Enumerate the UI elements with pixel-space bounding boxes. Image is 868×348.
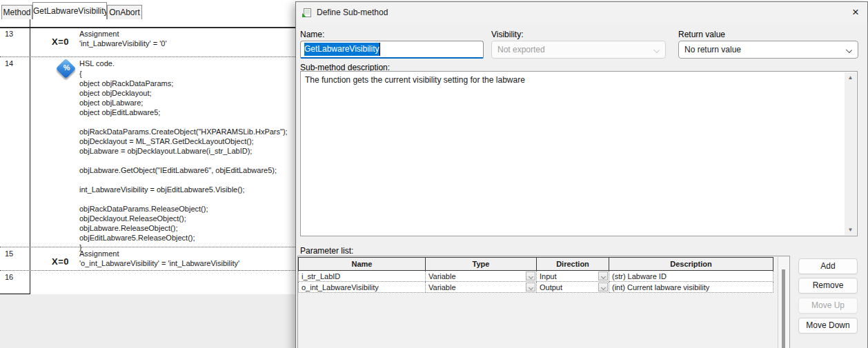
param-direction-cell[interactable]: Input xyxy=(537,271,609,282)
parameter-grid-container: Name Type Direction Description i_str_La… xyxy=(297,256,790,348)
editor-background-area xyxy=(0,294,295,348)
visibility-value: Not exported xyxy=(497,45,545,54)
column-header-description: Description xyxy=(609,258,773,271)
name-label: Name: xyxy=(300,30,324,39)
method-step-13-assignment[interactable]: 13 X=0 Assignment 'int_LabwareVisibility… xyxy=(0,28,295,57)
direction-dropdown-button[interactable] xyxy=(598,272,608,280)
parameter-row: o_int_LabwareVisibility Variable Output … xyxy=(299,282,773,293)
param-description-cell[interactable]: (str) Labware ID xyxy=(609,271,773,282)
param-description-cell[interactable]: (int) Current labware visibility xyxy=(609,282,773,293)
chevron-down-icon xyxy=(846,47,852,53)
description-scrollbar[interactable]: ▲ ▼ xyxy=(845,72,856,235)
move-up-button: Move Up xyxy=(798,298,858,314)
parameter-table: Name Type Direction Description i_str_La… xyxy=(298,257,773,293)
step-title: Assignment xyxy=(79,249,119,258)
type-dropdown-button[interactable] xyxy=(526,283,535,291)
return-value-dropdown[interactable]: No return value xyxy=(678,41,858,59)
scroll-down-icon[interactable]: ▼ xyxy=(845,225,856,235)
scrollbar-thumb[interactable] xyxy=(782,269,785,348)
visibility-label: Visibility: xyxy=(491,30,523,39)
add-button[interactable]: Add xyxy=(798,258,858,274)
column-header-name: Name xyxy=(299,258,426,271)
chevron-down-icon xyxy=(600,274,605,279)
chevron-down-icon xyxy=(653,47,660,53)
chevron-down-icon xyxy=(528,274,533,279)
step-detail: 'o_int_LabwareVisibility' = 'int_Labware… xyxy=(79,259,239,267)
description-textarea[interactable]: The function gets the current visibility… xyxy=(300,71,858,236)
method-step-14-hsl-code[interactable]: 14 % HSL code. { object objRackDataParam… xyxy=(0,57,295,247)
name-input[interactable]: GetLabwareVisibility xyxy=(300,41,484,59)
chevron-down-icon xyxy=(600,285,605,290)
return-value-label: Return value xyxy=(678,30,725,39)
row-16-number-cell-border xyxy=(0,271,30,294)
move-down-button[interactable]: Move Down xyxy=(798,318,858,334)
parameter-grid-scrollbar[interactable] xyxy=(778,257,789,348)
remove-button[interactable]: Remove xyxy=(798,278,858,294)
direction-dropdown-button[interactable] xyxy=(598,283,608,291)
assignment-icon: X=0 xyxy=(52,256,74,267)
param-direction-cell[interactable]: Output xyxy=(537,282,609,293)
method-steps-sheet: 13 X=0 Assignment 'int_LabwareVisibility… xyxy=(0,19,295,348)
step-title: Assignment xyxy=(79,30,119,38)
hsl-code-text: { object objRackDataParams; object objDe… xyxy=(79,69,288,252)
scroll-up-icon[interactable]: ▲ xyxy=(845,72,856,83)
parameter-header-row: Name Type Direction Description xyxy=(299,258,773,271)
param-type-cell[interactable]: Variable xyxy=(426,271,537,282)
parameter-list-label: Parameter list: xyxy=(300,246,353,256)
row-number: 13 xyxy=(5,30,13,38)
parameter-row: i_str_LabID Variable Input (str) Labware… xyxy=(299,271,773,282)
close-icon[interactable]: × xyxy=(847,4,864,21)
assignment-icon: X=0 xyxy=(52,37,74,47)
type-dropdown-button[interactable] xyxy=(526,272,535,280)
param-name-cell[interactable]: i_str_LabID xyxy=(299,271,426,282)
dialog-title-bar[interactable]: Define Sub-method × xyxy=(296,2,867,23)
column-header-direction: Direction xyxy=(537,258,609,271)
method-step-15-assignment[interactable]: 15 X=0 Assignment 'o_int_LabwareVisibili… xyxy=(0,247,295,271)
tab-getlabwarevisibility[interactable]: GetLabwareVisibility xyxy=(32,2,107,19)
dialog-title: Define Sub-method xyxy=(317,8,388,17)
return-value: No return value xyxy=(684,45,741,54)
visibility-dropdown: Not exported xyxy=(491,41,666,59)
row-number: 14 xyxy=(5,59,13,68)
name-input-selected-text: GetLabwareVisibility xyxy=(304,43,380,56)
chevron-down-icon xyxy=(528,285,533,290)
step-title: HSL code. xyxy=(79,59,115,68)
hsl-code-icon: % xyxy=(56,59,77,79)
tab-method[interactable]: Method xyxy=(1,5,32,19)
description-text: The function gets the current visibility… xyxy=(305,75,840,85)
method-tab-bar: Method GetLabwareVisibility OnAbort xyxy=(0,0,295,19)
step-detail: 'int_LabwareVisibility' = '0' xyxy=(79,39,167,48)
method-step-16-empty[interactable]: 16 xyxy=(0,271,295,294)
param-type-cell[interactable]: Variable xyxy=(426,282,537,293)
define-sub-method-dialog: Define Sub-method × Name: GetLabwareVisi… xyxy=(295,1,868,348)
column-header-type: Type xyxy=(426,258,537,271)
param-name-cell[interactable]: o_int_LabwareVisibility xyxy=(299,282,426,293)
tab-onabort[interactable]: OnAbort xyxy=(107,5,142,19)
sub-method-icon xyxy=(302,8,312,18)
row-number: 15 xyxy=(5,249,13,258)
